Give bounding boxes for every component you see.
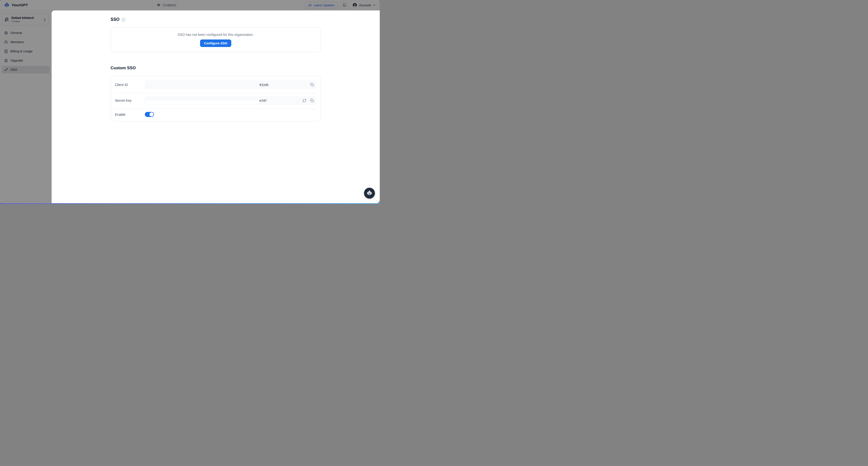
info-circle-icon[interactable] [122,18,125,22]
secret-key-label: Secret Key [115,99,145,102]
desktop-edge [0,203,380,204]
toggle-knob [149,113,154,117]
refresh-icon [303,99,306,102]
custom-sso-title: Custom SSO [111,66,321,70]
client-id-row: Client ID 932d5 [111,81,321,89]
row-divider [115,93,316,93]
app-window: YourGPT Chatbots [0,0,380,203]
sso-empty-message: SSO has not been configured for this org… [178,33,254,37]
client-id-field[interactable]: 932d5 [145,81,316,89]
sso-settings-panel: SSO SSO has not been configured for this… [52,10,380,203]
copy-icon [310,99,314,102]
robot-widget-icon [366,190,373,196]
redacted-value-mask [146,101,259,104]
client-id-value: 932d5 [259,83,269,87]
secret-key-field[interactable]: efd7 [145,96,316,105]
copy-icon [310,83,314,87]
regenerate-secret-button[interactable] [302,98,307,103]
secret-key-row: Secret Key efd7 [111,96,321,105]
client-id-label: Client ID [115,83,145,87]
enable-label: Enable [115,113,145,117]
enable-toggle[interactable] [145,112,154,117]
sso-empty-card: SSO has not been configured for this org… [111,27,321,52]
copy-secret-key-button[interactable] [310,98,315,103]
chat-launcher-button[interactable] [364,188,375,198]
copy-client-id-button[interactable] [310,82,315,87]
configure-sso-button[interactable]: Configure SSO [200,39,231,47]
enable-row: Enable [111,112,321,117]
secret-key-value: efd7 [259,99,267,102]
page-title: SSO [111,17,120,22]
custom-sso-card: Client ID 932d5 Secret Key [111,76,321,121]
